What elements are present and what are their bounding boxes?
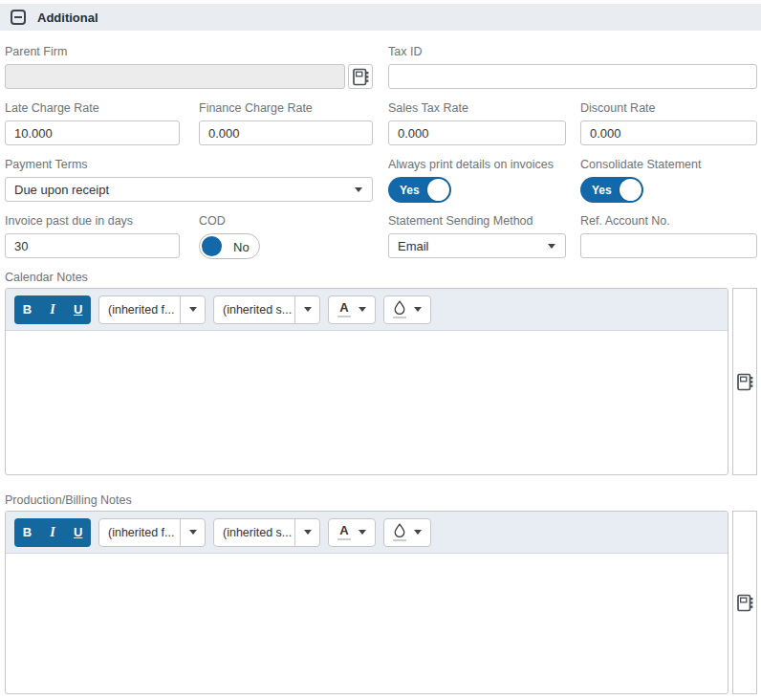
field-sales-tax-rate: Sales Tax Rate <box>388 101 566 145</box>
text-color-icon: A <box>337 301 351 317</box>
production-billing-notes-toolbar: B I U (inherited f... (inherited s... A <box>6 512 728 554</box>
format-button-group: B I U <box>14 295 91 324</box>
calendar-notes-label: Calendar Notes <box>5 271 88 284</box>
statement-sending-method-value: Email <box>398 239 429 253</box>
payment-terms-value: Due upon receipt <box>14 183 109 197</box>
text-color-icon: A <box>337 524 351 540</box>
finance-charge-rate-input[interactable] <box>199 120 373 145</box>
font-family-dropdown[interactable]: (inherited f... <box>98 518 206 547</box>
field-statement-sending-method: Statement Sending Method Email <box>388 214 566 258</box>
parent-firm-label: Parent Firm <box>5 45 373 58</box>
text-color-button[interactable]: A <box>328 518 376 547</box>
highlight-color-button[interactable] <box>383 518 431 547</box>
italic-button[interactable]: I <box>40 295 66 324</box>
toggle-state-label: Yes <box>592 184 612 197</box>
statement-sending-method-select[interactable]: Email <box>388 233 566 258</box>
address-book-icon <box>737 594 753 612</box>
discount-rate-input[interactable] <box>580 120 757 145</box>
ref-account-no-label: Ref. Account No. <box>580 214 757 228</box>
payment-terms-label: Payment Terms <box>5 158 373 171</box>
calendar-notes-content[interactable] <box>6 331 728 473</box>
late-charge-rate-input[interactable] <box>5 120 180 145</box>
chevron-down-icon <box>359 307 366 312</box>
parent-firm-input[interactable] <box>5 64 345 89</box>
toggle-state-label: Yes <box>400 184 420 197</box>
minus-icon <box>14 16 22 18</box>
ref-account-no-input[interactable] <box>580 233 757 258</box>
invoice-past-due-input[interactable] <box>5 233 180 258</box>
chevron-down-icon <box>355 187 362 192</box>
calendar-notes-editor: B I U (inherited f... (inherited s... A <box>5 288 728 475</box>
font-size-value: (inherited s... <box>214 296 295 323</box>
address-book-icon <box>737 373 753 391</box>
italic-button[interactable]: I <box>40 518 66 547</box>
field-payment-terms: Payment Terms Due upon receipt <box>5 158 373 202</box>
consolidate-statement-label: Consolidate Statement <box>580 158 757 171</box>
invoice-past-due-label: Invoice past due in days <box>5 214 180 228</box>
dropdown-arrow <box>295 519 319 546</box>
font-family-value: (inherited f... <box>99 519 181 546</box>
chevron-down-icon <box>304 530 312 535</box>
text-color-button[interactable]: A <box>328 295 376 324</box>
bold-button[interactable]: B <box>14 295 40 324</box>
cod-toggle[interactable]: No <box>199 233 260 259</box>
calendar-notes-toolbar: B I U (inherited f... (inherited s... A <box>6 289 728 331</box>
dropdown-arrow <box>181 296 205 323</box>
production-billing-notes-lookup-button[interactable] <box>732 511 757 694</box>
tax-id-label: Tax ID <box>388 45 757 58</box>
toggle-state-label: No <box>233 240 250 254</box>
chevron-down-icon <box>189 307 197 312</box>
parent-firm-lookup-button[interactable] <box>348 64 373 89</box>
field-parent-firm: Parent Firm <box>5 45 373 89</box>
field-finance-charge-rate: Finance Charge Rate <box>199 101 373 145</box>
field-tax-id: Tax ID <box>388 45 757 89</box>
field-always-print-details: Always print details on invoices Yes <box>388 158 576 203</box>
production-billing-notes-content[interactable] <box>6 554 728 692</box>
droplet-icon <box>393 523 406 541</box>
underline-button[interactable]: U <box>65 518 91 547</box>
field-consolidate-statement: Consolidate Statement Yes <box>580 158 757 203</box>
dropdown-arrow <box>295 296 319 323</box>
field-cod: COD No <box>199 214 314 259</box>
field-late-charge-rate: Late Charge Rate <box>5 101 180 145</box>
chevron-down-icon <box>359 530 366 535</box>
payment-terms-select[interactable]: Due upon receipt <box>5 177 373 202</box>
chevron-down-icon <box>414 530 422 535</box>
section-header: Additional <box>0 4 761 31</box>
chevron-down-icon <box>304 307 312 312</box>
chevron-down-icon <box>548 244 555 249</box>
statement-sending-method-label: Statement Sending Method <box>388 214 566 228</box>
chevron-down-icon <box>414 307 422 312</box>
section-title: Additional <box>37 11 98 25</box>
toggle-knob <box>427 179 449 201</box>
consolidate-statement-toggle[interactable]: Yes <box>580 177 643 203</box>
font-size-dropdown[interactable]: (inherited s... <box>213 295 320 324</box>
discount-rate-label: Discount Rate <box>580 101 757 115</box>
droplet-icon <box>393 300 406 318</box>
collapse-section-button[interactable] <box>11 10 26 25</box>
bold-button[interactable]: B <box>14 518 40 547</box>
always-print-details-label: Always print details on invoices <box>388 158 576 171</box>
field-discount-rate: Discount Rate <box>580 101 757 145</box>
always-print-details-toggle[interactable]: Yes <box>388 177 451 203</box>
toggle-knob <box>202 236 222 256</box>
late-charge-rate-label: Late Charge Rate <box>5 101 180 115</box>
highlight-color-button[interactable] <box>383 295 431 324</box>
finance-charge-rate-label: Finance Charge Rate <box>199 101 373 115</box>
field-ref-account-no: Ref. Account No. <box>580 214 757 258</box>
format-button-group: B I U <box>14 518 91 547</box>
production-billing-notes-editor: B I U (inherited f... (inherited s... A <box>5 511 728 694</box>
font-size-value: (inherited s... <box>214 519 295 546</box>
chevron-down-icon <box>189 530 197 535</box>
dropdown-arrow <box>181 519 205 546</box>
toggle-knob <box>620 179 641 201</box>
address-book-icon <box>353 68 369 86</box>
sales-tax-rate-input[interactable] <box>388 120 566 145</box>
underline-button[interactable]: U <box>65 295 91 324</box>
font-family-dropdown[interactable]: (inherited f... <box>98 295 206 324</box>
font-size-dropdown[interactable]: (inherited s... <box>213 518 320 547</box>
calendar-notes-lookup-button[interactable] <box>732 288 757 475</box>
tax-id-input[interactable] <box>388 64 757 89</box>
sales-tax-rate-label: Sales Tax Rate <box>388 101 566 115</box>
production-billing-notes-label: Production/Billing Notes <box>5 493 132 507</box>
